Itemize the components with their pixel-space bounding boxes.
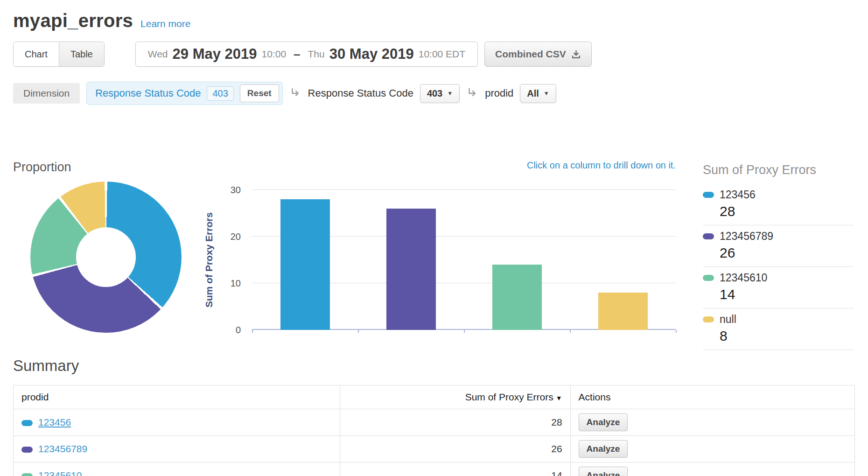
learn-more-link[interactable]: Learn more [140, 18, 190, 29]
page-title: myapi_errors [13, 10, 133, 31]
table-row: 12345628Analyze [14, 409, 855, 436]
start-day: Wed [148, 49, 168, 60]
legend-value: 26 [720, 245, 854, 261]
legend-entry: 1234561014 [703, 267, 854, 308]
value-cell: 14 [340, 462, 570, 476]
bars [252, 190, 676, 330]
table-header-row: prodid Sum of Proxy Errors▼ Actions [14, 385, 855, 409]
bar-123456[interactable] [280, 199, 330, 330]
prodid-link[interactable]: 12345610 [38, 470, 82, 476]
reset-button[interactable]: Reset [240, 84, 279, 102]
drilldown-label-prodid: prodid [485, 87, 513, 99]
tab-chart[interactable]: Chart [14, 42, 59, 66]
proportion-chart [13, 177, 199, 337]
start-time: 10:00 [262, 49, 287, 60]
bar-null[interactable] [598, 293, 648, 330]
table-row: 1234561014Analyze [14, 462, 855, 476]
drilldown-hint: Click on a column to drill down on it. [252, 160, 676, 171]
analyze-button[interactable]: Analyze [579, 440, 628, 458]
column-header-actions: Actions [570, 385, 854, 409]
x-axis-tick [358, 330, 359, 333]
legend-label: 12345610 [720, 272, 767, 284]
prodid-link[interactable]: 123456789 [38, 443, 87, 454]
toolbar: Chart Table Wed 29 May 2019 10:00 – Thu … [13, 42, 855, 67]
legend-label-row: null [703, 313, 854, 326]
column-header-sum[interactable]: Sum of Proxy Errors▼ [340, 385, 570, 409]
date-range-picker[interactable]: Wed 29 May 2019 10:00 – Thu 30 May 2019 … [135, 42, 478, 67]
dropdown-value: 403 [427, 88, 442, 99]
legend-label: 123456 [720, 189, 756, 201]
prodid-dropdown[interactable]: All ▼ [520, 84, 556, 103]
dropdown-value: All [527, 88, 539, 99]
view-toggle: Chart Table [13, 42, 105, 67]
y-tick-label: 10 [231, 278, 241, 289]
value-cell: 26 [340, 436, 570, 462]
combined-csv-button[interactable]: Combined CSV [484, 42, 592, 67]
tab-table[interactable]: Table [59, 42, 104, 66]
legend-value: 14 [720, 287, 854, 302]
summary-table-body: 12345628Analyze12345678926Analyze1234561… [14, 409, 855, 476]
end-day: Thu [308, 49, 325, 60]
legend-swatch [703, 233, 714, 239]
row-swatch [21, 420, 33, 426]
table-row: 12345678926Analyze [14, 436, 855, 462]
y-tick-label: 0 [236, 325, 241, 336]
legend-entries: 12345628123456789261234561014null8 [703, 184, 854, 350]
analyze-button[interactable]: Analyze [579, 413, 628, 431]
legend-value: 8 [720, 328, 854, 344]
filter-chip: Response Status Code 403 Reset [86, 82, 282, 105]
legend-label: null [720, 313, 736, 326]
summary-table: prodid Sum of Proxy Errors▼ Actions 1234… [13, 385, 855, 476]
donut-chart[interactable] [30, 182, 182, 333]
legend-label: 123456789 [720, 230, 773, 243]
filter-chip-label: Response Status Code [95, 87, 201, 99]
donut-hole [76, 227, 136, 287]
legend-swatch [703, 192, 714, 198]
legend-value: 28 [720, 203, 854, 219]
column-header-prodid[interactable]: prodid [14, 385, 340, 409]
prodid-cell: 123456789 [14, 436, 340, 462]
y-axis-ticks: 0102030 [219, 190, 246, 330]
download-icon [571, 49, 581, 59]
bar-123456789[interactable] [386, 209, 436, 330]
x-axis-tick [676, 330, 677, 333]
prodid-link[interactable]: 123456 [38, 417, 71, 427]
page-header: myapi_errors Learn more [13, 10, 855, 31]
y-tick-label: 30 [231, 185, 241, 196]
range-separator: – [291, 47, 303, 62]
y-tick-label: 20 [231, 231, 241, 242]
end-date: 30 May 2019 [329, 46, 414, 63]
row-swatch [21, 473, 33, 476]
start-date: 29 May 2019 [173, 46, 257, 63]
dimension-label: Dimension [13, 83, 80, 104]
x-axis-tick [464, 330, 465, 333]
csv-button-label: Combined CSV [495, 49, 566, 60]
drilldown-arrow-icon [289, 87, 301, 99]
legend-label-row: 123456789 [703, 230, 854, 243]
bar-12345610[interactable] [492, 265, 542, 330]
legend-label-row: 12345610 [703, 272, 854, 284]
filter-bar: Dimension Response Status Code 403 Reset… [13, 82, 855, 105]
end-time: 10:00 EDT [419, 49, 465, 60]
legend-entry: null8 [703, 308, 854, 350]
x-axis-tick [570, 330, 571, 333]
prodid-cell: 12345610 [14, 462, 340, 476]
value-cell: 28 [340, 409, 570, 436]
prodid-cell: 123456 [14, 409, 340, 436]
drilldown-label-response-status-code: Response Status Code [308, 87, 413, 99]
x-axis-tick [252, 330, 253, 333]
bar-plot [252, 190, 676, 330]
response-status-code-dropdown[interactable]: 403 ▼ [420, 84, 460, 103]
analyze-button[interactable]: Analyze [579, 467, 628, 476]
filter-chip-value: 403 [207, 86, 233, 101]
legend-entry: 12345628 [703, 184, 854, 225]
legend-swatch [703, 275, 714, 281]
legend-label-row: 123456 [703, 189, 854, 201]
proportion-title: Proportion [13, 160, 71, 175]
charts-section: Proportion Click on a column to drill do… [13, 160, 855, 345]
sort-desc-icon: ▼ [556, 394, 562, 402]
column-header-sum-label: Sum of Proxy Errors [465, 392, 553, 402]
summary-title: Summary [13, 357, 855, 375]
legend-title: Sum of Proxy Errors [703, 163, 854, 177]
page: myapi_errors Learn more Chart Table Wed … [0, 0, 868, 476]
